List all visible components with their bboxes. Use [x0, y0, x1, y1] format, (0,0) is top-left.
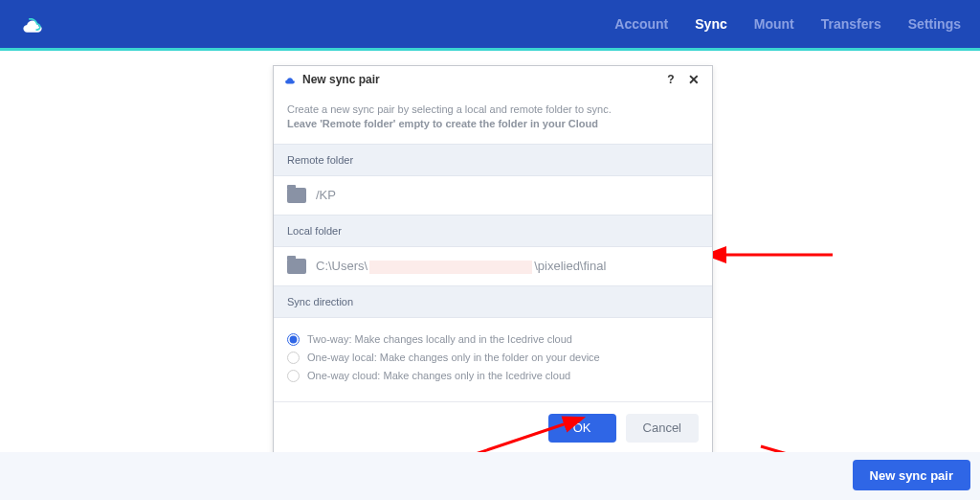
direction-one-way-cloud-radio[interactable] [287, 370, 300, 382]
folder-icon [287, 259, 306, 274]
dialog-close-icon[interactable]: ✕ [685, 72, 702, 87]
ok-button[interactable]: OK [548, 414, 616, 443]
top-nav-bar: Account Sync Mount Transfers Settings [0, 0, 980, 48]
new-sync-pair-button[interactable]: New sync pair [853, 460, 970, 490]
direction-one-way-local[interactable]: One-way local: Make changes only in the … [287, 352, 699, 364]
bottom-bar [0, 452, 980, 500]
direction-label: One-way cloud: Make changes only in the … [307, 370, 570, 381]
local-folder-path: C:\Users\\pixelied\final [316, 259, 606, 274]
dialog-help-icon[interactable]: ? [662, 73, 679, 86]
page-content: New sync pair ? ✕ Create a new sync pair… [0, 51, 980, 500]
folder-icon [287, 188, 306, 203]
new-sync-pair-dialog: New sync pair ? ✕ Create a new sync pair… [273, 65, 713, 457]
nav-settings[interactable]: Settings [908, 16, 961, 32]
direction-label: One-way local: Make changes only in the … [307, 352, 600, 363]
local-path-suffix: \pixelied\final [534, 259, 606, 273]
remote-folder-header: Remote folder [274, 144, 712, 176]
dialog-intro-line2: Leave 'Remote folder' empty to create th… [287, 117, 699, 131]
direction-one-way-cloud[interactable]: One-way cloud: Make changes only in the … [287, 370, 699, 382]
dialog-title-bar: New sync pair ? ✕ [274, 66, 712, 93]
remote-folder-row[interactable]: /KP [274, 176, 712, 215]
sync-direction-options: Two-way: Make changes locally and in the… [274, 318, 712, 401]
nav-account[interactable]: Account [614, 16, 668, 32]
annotation-arrow-icon [713, 240, 837, 269]
dialog-action-bar: OK Cancel [274, 401, 712, 456]
nav-transfers[interactable]: Transfers [821, 16, 881, 32]
dialog-title-text: New sync pair [302, 73, 380, 86]
remote-folder-path: /KP [316, 188, 336, 202]
direction-two-way[interactable]: Two-way: Make changes locally and in the… [287, 333, 699, 346]
local-folder-header: Local folder [274, 215, 712, 247]
direction-one-way-local-radio[interactable] [287, 352, 300, 364]
dialog-intro-text: Create a new sync pair by selecting a lo… [274, 93, 712, 144]
direction-label: Two-way: Make changes locally and in the… [307, 333, 572, 345]
sync-direction-header: Sync direction [274, 285, 712, 318]
dialog-intro-line1: Create a new sync pair by selecting a lo… [287, 102, 699, 117]
dialog-logo-icon [283, 73, 297, 86]
top-nav-links: Account Sync Mount Transfers Settings [614, 16, 961, 32]
nav-sync[interactable]: Sync [695, 16, 726, 32]
local-folder-row[interactable]: C:\Users\\pixelied\final [274, 247, 712, 285]
nav-mount[interactable]: Mount [754, 16, 794, 32]
cancel-button[interactable]: Cancel [626, 414, 699, 443]
local-path-prefix: C:\Users\ [316, 259, 368, 273]
redacted-segment [369, 261, 532, 274]
app-logo-icon [19, 11, 46, 37]
direction-two-way-radio[interactable] [287, 333, 300, 346]
